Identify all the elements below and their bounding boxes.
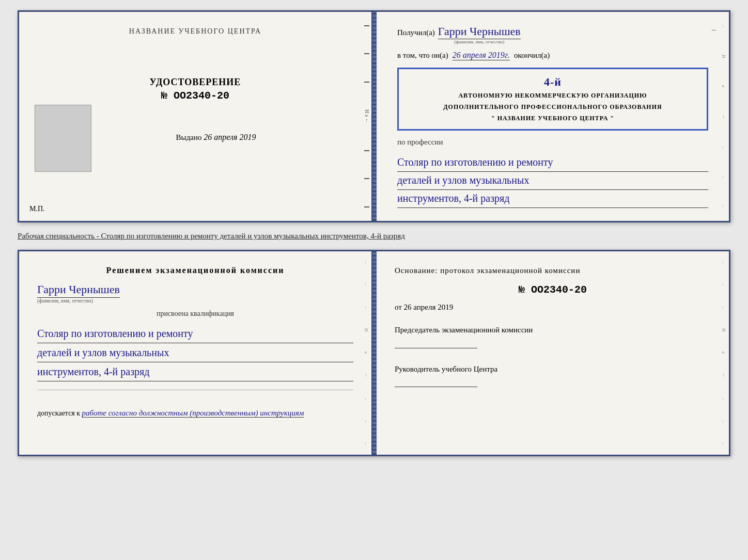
name-block-bottom-left: Гарри Чернышев (фамилия, имя, отчество) [37,283,353,303]
dopusk-prefix: допускается к [37,409,80,417]
top-booklet-left: НАЗВАНИЕ УЧЕБНОГО ЦЕНТРА УДОСТОВЕРЕНИЕ №… [19,12,372,221]
name-sublabel-bottom: (фамилия, имя, отчество) [37,298,93,303]
name-sublabel-top: (фамилия, имя, отчество) [454,39,504,44]
caption-text: Рабочая специальность - Столяр по изгото… [18,229,730,244]
deco-3: а [721,85,726,87]
side-text-left: И а ← [364,109,370,123]
ot-prefix: от [395,303,402,311]
name-handwritten-top: Гарри Чернышев [438,25,521,39]
deco-r2: – [721,283,726,286]
deco-r3: – [721,306,726,309]
dash-after-name: – [712,25,716,34]
predsedatel-signature [395,338,477,348]
stamp-line3: ДОПОЛНИТЕЛЬНОГО ПРОФЕССИОНАЛЬНОГО ОБРАЗО… [443,102,662,111]
name-handwritten-bottom: Гарри Чернышев [37,283,120,298]
prisvoena-label: присвоена квалификация [37,310,353,318]
vydano-line: Выдано 26 апреля 2019 [135,133,256,142]
okoncil-label: окончил(а) [514,51,550,60]
deco-6: – [721,175,726,178]
deco-r6: ← [721,373,726,378]
rukovoditel-block: Руководитель учебного Центра [395,363,711,388]
deco-b4: И [364,328,369,332]
mp-label: М.П. [29,205,45,213]
left-side-deco-bottom: – – – И а ← – – – [361,251,371,455]
deco-r9: – [721,442,726,445]
osnovanie-label: Основание: протокол экзаменационной коми… [395,264,711,277]
recipient-name-top: Гарри Чернышев (фамилия, имя, отчество) [438,25,521,38]
deco-7: – [721,205,726,207]
vydano-date: 26 апреля 2019 [204,133,256,141]
deco-b3: – [364,306,369,309]
bottom-booklet-right: Основание: протокол экзаменационной коми… [377,251,729,455]
predsedatel-block: Председатель экзаменационной комиссии [395,324,711,348]
booklet-spine-top [372,12,377,221]
deco-b5: а [364,351,369,354]
photo-placeholder [35,105,91,172]
deco-b2: – [364,283,369,286]
qual-line1: Столяр по изготовлению и ремонту [37,324,353,343]
center-label-top: НАЗВАНИЕ УЧЕБНОГО ЦЕНТРА [129,27,261,36]
qual-line2: деталей и узлов музыкальных [37,343,353,362]
poluchil-line: Получил(а) Гарри Чернышев (фамилия, имя,… [397,25,708,38]
profession-line3: инструментов, 4-й разряд [397,190,708,208]
vydano-label: Выдано [176,133,202,141]
vtom-prefix: в том, что он(а) [397,51,448,60]
bottom-booklet: Решением экзаменационной комиссии Гарри … [18,250,730,456]
left-side-dashes: И а ← [362,12,371,221]
right-side-deco-bottom: – – – И а ← – – – [719,251,729,455]
dash-3 [364,82,369,83]
deco-r8: – [721,420,726,423]
stamp-line2: АВТОНОМНУЮ НЕКОММЕРЧЕСКУЮ ОРГАНИЗАЦИЮ [458,91,647,100]
ot-line: от 26 апреля 2019 [395,303,711,312]
deco-r5: а [721,351,726,354]
deco-1: – [721,25,726,28]
vtom-container: в том, что он(а) 26 апреля 2019г. окончи… [397,51,708,60]
deco-r4: И [721,328,726,332]
profession-block-top: Столяр по изготовлению и ремонту деталей… [397,154,708,208]
predsedatel-title: Председатель экзаменационной комиссии [395,324,711,336]
resheniem-label: Решением экзаменационной комиссии [37,264,353,277]
udostoverenie-title: УДОСТОВЕРЕНИЕ [150,77,241,88]
deco-2: И [721,55,726,58]
caption-main: Рабочая специальность - Столяр по изгото… [18,232,405,240]
deco-b1: – [364,261,369,264]
profession-line2: деталей и узлов музыкальных [397,172,708,190]
dash-1 [364,25,369,26]
document-container: НАЗВАНИЕ УЧЕБНОГО ЦЕНТРА УДОСТОВЕРЕНИЕ №… [18,10,730,456]
qual-block: Столяр по изготовлению и ремонту деталей… [37,324,353,381]
dash-5 [364,178,369,179]
deco-r1: – [721,261,726,264]
deco-5: – [721,146,726,149]
stamp-grade: 4-й [544,75,562,89]
dash-4 [364,150,369,151]
deco-b7: – [364,398,369,401]
right-side-deco-top: – И а ← – – – [719,12,729,221]
deco-r7: – [721,398,726,401]
deco-b9: – [364,442,369,445]
profession-line1: Столяр по изготовлению и ремонту [397,154,708,172]
dash-6 [364,206,369,207]
dash-2 [364,53,369,54]
booklet-spine-bottom [372,251,377,455]
vtom-date: 26 апреля 2019г. [453,51,510,60]
poluchil-prefix: Получил(а) [397,28,435,37]
stamp-line4: " НАЗВАНИЕ УЧЕБНОГО ЦЕНТРА " [491,114,614,123]
rukovoditel-title: Руководитель учебного Центра [395,363,711,375]
qual-line3: инструментов, 4-й разряд [37,362,353,381]
stamp-block: 4-й АВТОНОМНУЮ НЕКОММЕРЧЕСКУЮ ОРГАНИЗАЦИ… [397,68,708,131]
separator-line [37,390,353,390]
dopusk-text: работе согласно должностным (производств… [82,409,304,418]
vtom-line: в том, что он(а) 26 апреля 2019г. окончи… [397,51,708,60]
proto-number: № OO2340-20 [395,284,711,296]
rukovoditel-signature [395,377,477,387]
ot-date: 26 апреля 2019 [404,303,454,311]
top-booklet: НАЗВАНИЕ УЧЕБНОГО ЦЕНТРА УДОСТОВЕРЕНИЕ №… [18,10,730,222]
po-professii-label: по профессии [397,138,708,147]
deco-b6: ← [364,373,369,378]
dopuskaetsya-line: допускается к работе согласно должностны… [37,409,353,418]
deco-b8: – [364,420,369,423]
doc-number-top: № OO2340-20 [161,90,229,102]
top-booklet-right: Получил(а) Гарри Чернышев (фамилия, имя,… [377,12,729,221]
bottom-booklet-left: Решением экзаменационной комиссии Гарри … [19,251,372,455]
deco-4: ← [721,115,726,119]
